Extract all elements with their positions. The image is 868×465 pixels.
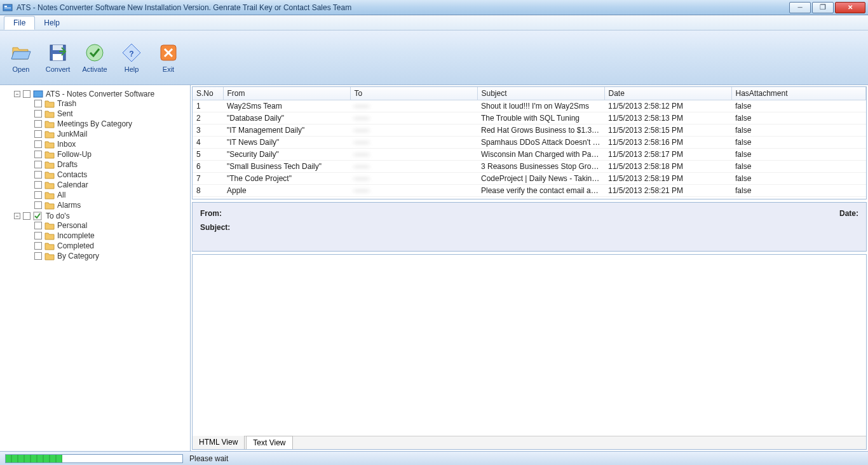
tree-item[interactable]: By Category [25,252,187,260]
convert-button[interactable]: Convert [41,33,75,82]
checkbox[interactable] [23,212,31,220]
checkbox[interactable] [34,242,42,250]
checkbox[interactable] [34,161,42,168]
tree-item[interactable]: Drafts [25,160,187,169]
table-row[interactable]: 6"Small Business Tech Daily" ——3 Reasons… [193,161,866,173]
tree-item[interactable]: Sent [25,109,187,118]
cell-has: false [731,112,866,125]
tree-item[interactable]: JunkMail [25,130,187,138]
checkbox[interactable] [34,232,42,239]
tree-item[interactable]: Contacts [25,170,187,179]
cell-subject: Shout it loud!!! I'm on Way2Sms [477,100,604,112]
col-from[interactable]: From [223,87,350,100]
checkbox[interactable] [34,181,42,189]
tree-item[interactable]: Follow-Up [25,150,187,159]
col-to[interactable]: To [350,87,477,100]
folder-icon [44,160,55,169]
checkbox[interactable] [34,120,42,128]
checkbox[interactable] [34,140,42,148]
activate-button[interactable]: Activate [78,33,112,82]
tree-item[interactable]: All [25,191,187,199]
tree-item[interactable]: Inbox [25,140,187,149]
tab-html-view[interactable]: HTML View [193,436,245,449]
folder-icon [44,201,55,210]
table-row[interactable]: 3"IT Management Daily" ——Red Hat Grows B… [193,125,866,137]
cell-date: 11/5/2013 2:58:15 PM [604,125,731,137]
folder-open-icon [11,43,31,63]
cell-to: —— [350,161,477,173]
checkbox[interactable] [34,151,42,158]
cell-subject: Red Hat Grows Business to $1.3 Billio... [477,125,604,137]
table-row[interactable]: 8Apple ——Please verify the contact email… [193,185,866,197]
checkbox[interactable] [34,252,42,260]
activate-label: Activate [82,65,107,73]
tree-item[interactable]: Meetings By Category [25,119,187,128]
tree-item[interactable]: Incomplete [25,231,187,240]
cell-from: "IT News Daily" [223,137,350,149]
tree-todos-root[interactable]: − To do's [14,212,187,220]
maximize-button[interactable]: ❐ [812,2,834,13]
tree-root[interactable]: − ATS - Notes Converter Software [14,90,187,98]
collapse-icon[interactable]: − [14,91,20,97]
col-date[interactable]: Date [604,87,731,100]
exit-icon [158,43,179,63]
tree-item-label: Personal [57,221,87,230]
preview-content[interactable] [193,255,866,436]
exit-button[interactable]: Exit [151,33,186,82]
minimize-button[interactable]: ─ [789,2,811,13]
cell-sno: 3 [193,125,223,137]
folder-icon [44,170,55,179]
checkbox[interactable] [34,201,42,209]
checkbox[interactable] [34,130,42,138]
folder-icon [44,109,55,118]
folder-icon [44,191,55,199]
cell-from: "Database Daily" [223,112,350,125]
table-row[interactable]: 5"Security Daily" ——Wisconsin Man Charge… [193,149,866,161]
svg-point-6 [86,44,103,61]
cell-to: —— [350,185,477,197]
cell-date: 11/5/2013 2:58:12 PM [604,100,731,112]
email-grid: S.No From To Subject Date HasAttachment … [192,86,867,199]
tab-text-view[interactable]: Text View [246,436,292,449]
tree-item-label: Contacts [57,170,87,179]
col-hasattachment[interactable]: HasAttachment [731,87,866,100]
cell-date: 11/5/2013 2:58:16 PM [604,137,731,149]
svg-rect-4 [53,45,63,50]
table-row[interactable]: 9Apple ——Please verify the contact email… [193,197,866,199]
col-subject[interactable]: Subject [477,87,604,100]
help-button[interactable]: ? Help [114,33,149,82]
cell-has: false [731,137,866,149]
ribbon-toolbar: Open Convert Activate ? Help Exit [0,30,868,85]
window-title: ATS - Notes Converter Software New Insta… [17,3,789,12]
table-row[interactable]: 1Way2Sms Team ——Shout it loud!!! I'm on … [193,100,866,112]
close-button[interactable]: ✕ [835,2,865,13]
collapse-icon[interactable]: − [14,213,20,219]
col-sno[interactable]: S.No [193,87,223,100]
menu-file[interactable]: File [4,16,35,30]
checkbox[interactable] [34,191,42,199]
table-row[interactable]: 7"The Code Project" ——CodeProject | Dail… [193,173,866,185]
tree-item[interactable]: Completed [25,241,187,250]
tree-item-label: Alarms [57,201,81,210]
tree-item-label: Inbox [57,140,76,149]
grid-scroll[interactable]: S.No From To Subject Date HasAttachment … [193,87,866,199]
app-icon [3,3,13,13]
folder-icon [44,99,55,108]
help-icon: ? [121,43,142,63]
tree-item[interactable]: Calendar [25,180,187,189]
checkbox[interactable] [34,110,42,118]
tree-item[interactable]: Trash [25,99,187,108]
checkbox[interactable] [34,171,42,179]
checkbox[interactable] [23,90,31,98]
window-controls: ─ ❐ ✕ [789,2,865,13]
tree-item[interactable]: Alarms [25,201,187,210]
table-row[interactable]: 4"IT News Daily" ——Spamhaus DDoS Attack … [193,137,866,149]
table-row[interactable]: 2"Database Daily" ——The Trouble with SQL… [193,112,866,125]
checkbox[interactable] [34,222,42,229]
open-button[interactable]: Open [4,33,38,82]
cell-date: 11/5/2013 2:58:19 PM [604,173,731,185]
tree-item[interactable]: Personal [25,221,187,230]
cell-from: "The Code Project" [223,173,350,185]
checkbox[interactable] [34,100,42,107]
menu-help[interactable]: Help [35,17,69,29]
